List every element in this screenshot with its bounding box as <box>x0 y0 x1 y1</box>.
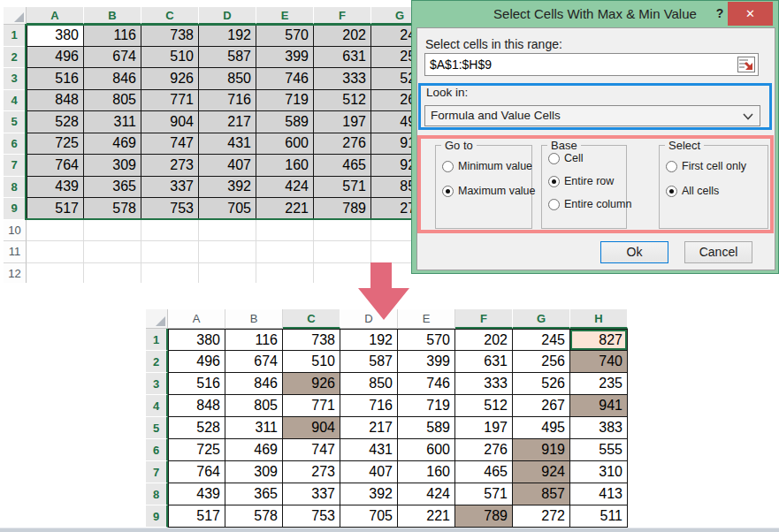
cell-F5[interactable]: 197 <box>455 417 513 439</box>
cell-D7[interactable]: 407 <box>340 461 398 483</box>
cell-F9[interactable]: 789 <box>314 198 371 220</box>
cell-H5[interactable]: 383 <box>570 417 628 439</box>
cell-E2[interactable]: 399 <box>256 47 314 69</box>
cell-G5[interactable]: 495 <box>513 417 570 439</box>
cell-C9[interactable]: 753 <box>141 198 199 220</box>
row-header-4[interactable]: 4 <box>146 395 168 417</box>
look-in-dropdown[interactable]: Formula and Value Cells <box>424 105 760 126</box>
row-header-8[interactable]: 8 <box>146 483 168 505</box>
cell-E8[interactable]: 424 <box>398 483 455 505</box>
row-header-6[interactable]: 6 <box>4 133 27 156</box>
cell-D9[interactable]: 705 <box>199 198 256 220</box>
cell-B12[interactable] <box>84 263 141 284</box>
column-header-G[interactable]: G <box>513 309 570 329</box>
row-header-5[interactable]: 5 <box>146 417 168 439</box>
cell-B11[interactable] <box>84 241 141 263</box>
cell-G4[interactable]: 267 <box>371 90 411 112</box>
cell-A3[interactable]: 516 <box>168 373 225 395</box>
cell-G11[interactable] <box>371 241 411 263</box>
cell-A1[interactable]: 380 <box>27 25 84 47</box>
cell-G4[interactable]: 267 <box>513 395 570 417</box>
cell-A4[interactable]: 848 <box>27 90 84 112</box>
cell-A9[interactable]: 517 <box>168 505 225 528</box>
row-header-10[interactable]: 10 <box>4 220 27 242</box>
radio-icon-entire-column[interactable] <box>548 199 560 210</box>
cell-A11[interactable] <box>27 241 84 263</box>
cell-D4[interactable]: 716 <box>340 395 398 417</box>
cell-D12[interactable] <box>199 263 256 284</box>
cell-D3[interactable]: 850 <box>199 68 256 90</box>
cell-F10[interactable] <box>314 220 371 242</box>
select-all-corner[interactable] <box>146 309 168 329</box>
cell-B3[interactable]: 846 <box>225 373 283 395</box>
radio-icon-minimum-value[interactable] <box>442 161 454 172</box>
cell-C10[interactable] <box>141 220 199 242</box>
cell-E7[interactable]: 160 <box>398 461 455 483</box>
cell-A8[interactable]: 439 <box>168 483 225 505</box>
row-header-9[interactable]: 9 <box>4 198 27 220</box>
cell-G3[interactable]: 526 <box>371 68 411 90</box>
cell-F8[interactable]: 571 <box>314 177 371 199</box>
cell-B4[interactable]: 805 <box>84 90 141 112</box>
cell-E12[interactable] <box>256 263 314 284</box>
cell-G7[interactable]: 924 <box>513 461 570 483</box>
cell-C11[interactable] <box>141 241 199 263</box>
cell-D8[interactable]: 392 <box>340 483 398 505</box>
cell-B10[interactable] <box>84 220 141 242</box>
cell-D4[interactable]: 716 <box>199 90 256 112</box>
cell-E5[interactable]: 589 <box>398 417 455 439</box>
cell-A6[interactable]: 725 <box>27 133 84 156</box>
cell-B1[interactable]: 116 <box>225 329 283 351</box>
cell-E1[interactable]: 570 <box>256 25 314 47</box>
cell-B3[interactable]: 846 <box>84 68 141 90</box>
range-selector-icon[interactable] <box>737 57 755 72</box>
cell-D6[interactable]: 431 <box>199 133 256 156</box>
cell-B9[interactable]: 578 <box>84 198 141 220</box>
radio-icon-all-cells[interactable] <box>666 186 677 197</box>
cell-C2[interactable]: 510 <box>283 351 340 373</box>
cell-D2[interactable]: 587 <box>340 351 398 373</box>
cell-B7[interactable]: 309 <box>225 461 283 483</box>
cell-D1[interactable]: 192 <box>199 25 256 47</box>
cell-B5[interactable]: 311 <box>84 111 141 133</box>
cell-E6[interactable]: 600 <box>398 439 455 461</box>
cell-F11[interactable] <box>314 241 371 263</box>
cell-H6[interactable]: 555 <box>570 439 628 461</box>
cell-D6[interactable]: 431 <box>340 439 398 461</box>
radio-minimum-value[interactable]: Minimum value <box>436 160 531 172</box>
row-header-8[interactable]: 8 <box>4 177 27 199</box>
cell-D5[interactable]: 217 <box>199 111 256 133</box>
cell-B5[interactable]: 311 <box>225 417 283 439</box>
cell-E4[interactable]: 719 <box>256 90 314 112</box>
column-header-C[interactable]: C <box>141 7 199 25</box>
cell-A12[interactable] <box>27 263 84 284</box>
cell-F6[interactable]: 276 <box>314 133 371 156</box>
cell-B6[interactable]: 469 <box>84 133 141 156</box>
column-header-D[interactable]: D <box>199 7 256 25</box>
cell-G6[interactable]: 919 <box>371 133 411 156</box>
cell-A5[interactable]: 528 <box>168 417 225 439</box>
cell-B9[interactable]: 578 <box>225 505 283 528</box>
cell-A10[interactable] <box>27 220 84 242</box>
cell-C7[interactable]: 273 <box>283 461 340 483</box>
radio-icon-first-cell-only[interactable] <box>666 161 677 172</box>
cell-A2[interactable]: 496 <box>168 351 225 373</box>
column-header-E[interactable]: E <box>256 7 314 25</box>
cell-G5[interactable]: 495 <box>371 111 411 133</box>
cell-G1[interactable]: 245 <box>371 25 411 47</box>
help-button[interactable]: ? <box>711 2 729 26</box>
cell-H2[interactable]: 740 <box>570 351 628 373</box>
cell-F4[interactable]: 512 <box>314 90 371 112</box>
radio-all-cells[interactable]: All cells <box>660 185 768 197</box>
cell-C5[interactable]: 904 <box>141 111 199 133</box>
cancel-button[interactable]: Cancel <box>684 241 752 263</box>
cell-E9[interactable]: 221 <box>256 198 314 220</box>
cell-F9[interactable]: 789 <box>455 505 513 528</box>
row-header-4[interactable]: 4 <box>4 90 27 112</box>
radio-icon-maximum-value[interactable] <box>442 186 454 197</box>
cell-E7[interactable]: 160 <box>256 155 314 177</box>
cell-A3[interactable]: 516 <box>27 68 84 90</box>
row-header-7[interactable]: 7 <box>4 155 27 177</box>
row-header-11[interactable]: 11 <box>4 241 27 263</box>
row-header-7[interactable]: 7 <box>146 461 168 483</box>
